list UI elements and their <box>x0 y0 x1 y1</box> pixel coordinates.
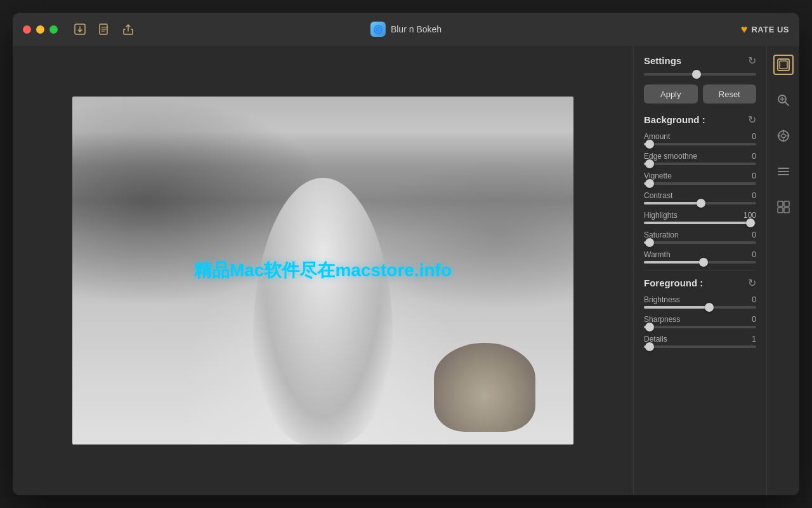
saturation-track[interactable] <box>644 241 756 244</box>
buttons-row: Apply Reset <box>644 84 756 104</box>
highlights-slider-row: Highlights 100 <box>644 211 756 224</box>
vignette-slider-row: Vignette 0 <box>644 171 756 185</box>
warmth-slider-row: Warmth 0 <box>644 250 756 264</box>
sidebar-grid-button[interactable] <box>773 197 794 217</box>
app-title-area: 🌀 Blur n Bokeh <box>370 22 442 37</box>
amount-track[interactable] <box>644 143 756 145</box>
highlights-track[interactable] <box>644 222 756 224</box>
amount-value: 0 <box>752 132 756 141</box>
background-label: Background : <box>644 114 705 125</box>
sharpness-track[interactable] <box>644 326 756 328</box>
edge-smoothness-label: Edge smoothne <box>644 152 697 161</box>
settings-header: Settings ↻ <box>644 55 756 67</box>
edge-smoothness-track[interactable] <box>644 163 756 165</box>
traffic-lights <box>23 25 58 34</box>
svg-rect-20 <box>784 208 789 213</box>
apply-button[interactable]: Apply <box>644 84 698 104</box>
contrast-value: 0 <box>752 191 756 200</box>
contrast-slider-row: Contrast 0 <box>644 191 756 204</box>
background-refresh-icon[interactable]: ↻ <box>748 114 756 126</box>
brightness-thumb[interactable] <box>705 303 714 312</box>
settings-refresh-icon[interactable]: ↻ <box>748 55 756 67</box>
brightness-track[interactable] <box>644 306 756 309</box>
image-container: 精品Mac软件尽在macstore.info <box>72 97 573 444</box>
warmth-label: Warmth <box>644 250 671 259</box>
svg-rect-3 <box>780 61 787 69</box>
amount-slider-row: Amount 0 <box>644 132 756 145</box>
close-button[interactable] <box>23 25 31 34</box>
sharpness-slider-row: Sharpness 0 <box>644 315 756 328</box>
reset-button[interactable]: Reset <box>703 84 757 104</box>
contrast-label: Contrast <box>644 191 672 200</box>
svg-rect-18 <box>784 201 789 206</box>
warmth-thumb[interactable] <box>699 258 708 267</box>
amount-thumb[interactable] <box>645 140 654 149</box>
import-button[interactable] <box>73 22 87 36</box>
brightness-label: Brightness <box>644 295 680 304</box>
heart-icon: ♥ <box>741 23 748 36</box>
settings-top-thumb <box>692 70 701 79</box>
foreground-label: Foreground : <box>644 277 703 288</box>
toolbar-icons <box>73 22 135 36</box>
titlebar: 🌀 Blur n Bokeh ♥ RATE US <box>13 13 799 46</box>
app-title: Blur n Bokeh <box>391 24 442 34</box>
details-thumb[interactable] <box>645 342 654 351</box>
svg-rect-17 <box>778 201 783 206</box>
rate-us-text: RATE US <box>751 25 789 34</box>
vignette-track[interactable] <box>644 182 756 185</box>
settings-scroll-area[interactable]: Settings ↻ Apply Reset Background : ↻ <box>634 46 766 495</box>
foreground-section-header: Foreground : ↻ <box>644 277 756 289</box>
warmth-track[interactable] <box>644 261 756 264</box>
sharpness-value: 0 <box>752 315 756 324</box>
file-button[interactable] <box>97 22 111 36</box>
app-icon: 🌀 <box>370 22 386 37</box>
brightness-slider-row: Brightness 0 <box>644 295 756 309</box>
saturation-thumb[interactable] <box>645 238 654 247</box>
rate-us-button[interactable]: ♥ RATE US <box>741 23 789 36</box>
settings-panel: Settings ↻ Apply Reset Background : ↻ <box>633 46 766 495</box>
contrast-track[interactable] <box>644 202 756 204</box>
details-slider-row: Details 1 <box>644 335 756 348</box>
section-divider <box>644 270 756 271</box>
sidebar-target-button[interactable] <box>773 126 794 146</box>
app-window: 🌀 Blur n Bokeh ♥ RATE US 精品Mac软 <box>13 13 799 495</box>
highlights-thumb[interactable] <box>746 218 755 227</box>
foreground-refresh-icon[interactable]: ↻ <box>748 277 756 289</box>
main-content: 精品Mac软件尽在macstore.info Settings ↻ Apply … <box>13 46 799 495</box>
share-button[interactable] <box>121 22 135 36</box>
svg-rect-19 <box>778 208 783 213</box>
edge-smoothness-thumb[interactable] <box>645 159 654 168</box>
contrast-thumb[interactable] <box>697 199 705 208</box>
brightness-value: 0 <box>752 295 756 304</box>
vignette-thumb[interactable] <box>645 179 654 188</box>
details-track[interactable] <box>644 345 756 348</box>
minimize-button[interactable] <box>36 25 44 34</box>
highlights-label: Highlights <box>644 211 678 220</box>
svg-line-5 <box>785 102 789 106</box>
details-value: 1 <box>752 335 756 344</box>
sidebar-frame-button[interactable] <box>773 55 794 75</box>
warmth-value: 0 <box>752 250 756 259</box>
sharpness-thumb[interactable] <box>645 323 654 331</box>
settings-top-slider[interactable] <box>644 73 756 76</box>
saturation-value: 0 <box>752 231 756 239</box>
edge-smoothness-slider-row: Edge smoothne 0 <box>644 152 756 165</box>
settings-title: Settings <box>644 55 681 66</box>
vignette-value: 0 <box>752 171 756 180</box>
saturation-slider-row: Saturation 0 <box>644 231 756 244</box>
canvas-area: 精品Mac软件尽在macstore.info <box>13 46 633 495</box>
svg-point-9 <box>782 134 785 138</box>
right-sidebar <box>766 46 799 495</box>
maximize-button[interactable] <box>49 25 58 34</box>
background-section-header: Background : ↻ <box>644 114 756 126</box>
edge-smoothness-value: 0 <box>752 152 756 161</box>
sidebar-zoom-button[interactable] <box>773 90 794 110</box>
sidebar-list-button[interactable] <box>773 161 794 182</box>
